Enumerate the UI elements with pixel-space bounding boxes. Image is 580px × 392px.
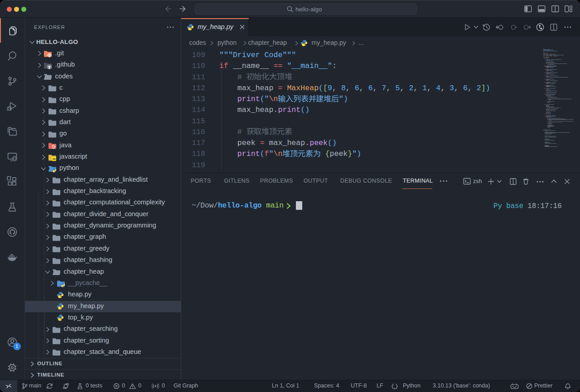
svg-text:JS: JS <box>52 157 56 160</box>
